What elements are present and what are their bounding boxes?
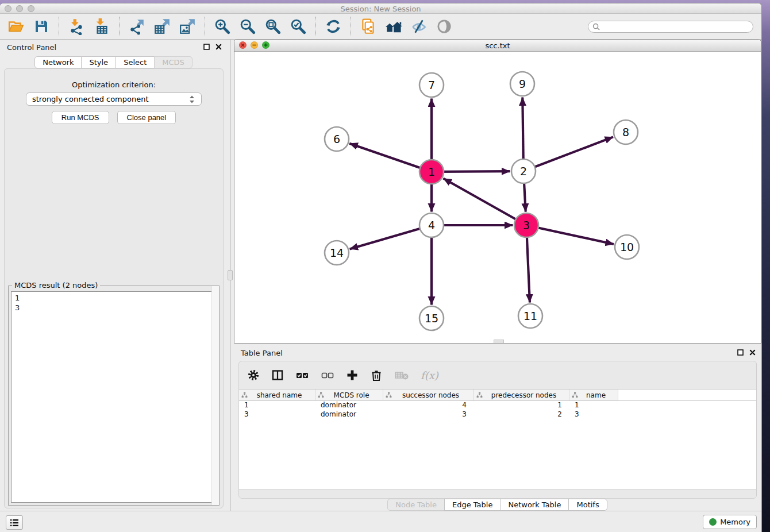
export-table-icon <box>153 18 171 35</box>
criterion-select[interactable]: strongly connected component <box>26 92 202 106</box>
graph-node-1[interactable]: 1 <box>419 160 444 184</box>
import-table-button[interactable] <box>93 17 111 36</box>
export-image-icon <box>179 18 196 35</box>
tab-network[interactable]: Network <box>34 56 82 68</box>
zoom-fit-button[interactable] <box>264 17 282 36</box>
export-network-button[interactable] <box>128 17 146 36</box>
graph-node-14[interactable]: 14 <box>325 241 349 265</box>
column-header-name[interactable]: name <box>569 390 618 400</box>
delete-column-icon[interactable] <box>370 369 383 381</box>
save-session-button[interactable] <box>32 17 51 36</box>
show-columns-icon[interactable] <box>271 369 284 381</box>
column-header-successor-nodes[interactable]: successor nodes <box>383 390 474 400</box>
mcds-result-text[interactable]: 1 3 <box>11 291 217 503</box>
float-table-panel-icon[interactable] <box>737 349 744 356</box>
network-canvas[interactable]: 7968124314101511 <box>234 52 761 341</box>
column-header-MCDS-role[interactable]: MCDS role <box>315 390 383 400</box>
add-column-icon[interactable] <box>346 369 359 381</box>
table-panel-title: Table Panel <box>241 349 283 357</box>
horizontal-divider-handle[interactable] <box>494 340 504 343</box>
delete-table-icon[interactable] <box>394 369 409 381</box>
graph-node-8[interactable]: 8 <box>614 120 638 144</box>
zoom-in-button[interactable] <box>213 17 232 36</box>
column-type-icon <box>386 392 392 398</box>
graph-edge-3-1[interactable] <box>443 179 526 225</box>
application-window: Session: New Session <box>0 3 762 532</box>
copy-network-button[interactable] <box>359 17 378 36</box>
eye-icon <box>436 18 453 35</box>
cell-predecessor-nodes[interactable]: 2 <box>474 410 569 419</box>
cell-successor-nodes[interactable]: 4 <box>383 401 474 410</box>
eye-slash-icon <box>410 18 428 35</box>
zoom-in-icon <box>214 18 231 35</box>
run-mcds-button[interactable]: Run MCDS <box>52 111 109 124</box>
tab-style[interactable]: Style <box>81 56 116 68</box>
control-panel-title: Control Panel <box>7 43 56 52</box>
graph-node-label: 3 <box>523 219 530 232</box>
column-header-shared-name[interactable]: shared name <box>239 390 315 400</box>
cell-name[interactable]: 1 <box>569 401 618 410</box>
graph-node-label: 1 <box>428 165 435 178</box>
graph-node-10[interactable]: 10 <box>615 235 639 259</box>
cell-MCDS-role[interactable]: dominator <box>315 410 383 419</box>
refresh-button[interactable] <box>324 17 342 36</box>
close-table-panel-icon[interactable] <box>749 349 756 356</box>
cell-predecessor-nodes[interactable]: 1 <box>474 401 569 410</box>
graph-node-7[interactable]: 7 <box>419 73 444 97</box>
import-network-button[interactable] <box>67 17 86 36</box>
task-history-button[interactable] <box>6 515 23 530</box>
table-tab-network-table[interactable]: Network Table <box>500 499 569 511</box>
graph-node-4[interactable]: 4 <box>419 213 444 237</box>
open-session-button[interactable] <box>7 17 25 36</box>
graph-node-15[interactable]: 15 <box>419 306 444 330</box>
close-panel-button[interactable]: Close panel <box>117 111 176 124</box>
table-tab-node-table[interactable]: Node Table <box>387 499 445 511</box>
column-header-label: predecessor nodes <box>474 391 569 399</box>
zoom-out-button[interactable] <box>238 17 257 36</box>
cell-shared-name[interactable]: 3 <box>239 410 315 419</box>
table-tab-motifs[interactable]: Motifs <box>568 499 607 511</box>
cell-successor-nodes[interactable]: 3 <box>383 410 474 419</box>
unselect-all-columns-icon[interactable] <box>321 369 334 381</box>
panel-divider-handle[interactable] <box>228 270 233 280</box>
graph-node-3[interactable]: 3 <box>514 213 538 237</box>
tab-mcds[interactable]: MCDS <box>154 56 192 68</box>
export-network-icon <box>128 18 145 35</box>
main-toolbar <box>0 14 761 40</box>
cell-name[interactable]: 3 <box>569 410 618 419</box>
window-title: Session: New Session <box>0 5 761 13</box>
criterion-value: strongly connected component <box>32 95 149 103</box>
save-floppy-icon <box>33 18 49 34</box>
status-bar: Memory <box>0 511 761 532</box>
function-builder-icon[interactable]: f(x) <box>421 369 438 381</box>
settings-gear-icon[interactable] <box>247 369 260 381</box>
graph-node-label: 7 <box>428 79 435 91</box>
graph-edge-1-6[interactable] <box>349 144 432 172</box>
close-panel-icon[interactable] <box>215 44 222 50</box>
export-table-button[interactable] <box>153 17 171 36</box>
select-all-columns-icon[interactable] <box>295 369 309 381</box>
cell-MCDS-role[interactable]: dominator <box>315 401 383 410</box>
show-eye-button[interactable] <box>435 17 453 36</box>
home-button[interactable] <box>384 17 403 36</box>
graph-node-6[interactable]: 6 <box>325 127 349 151</box>
graph-node-11[interactable]: 11 <box>518 304 542 328</box>
copy-network-icon <box>360 18 377 35</box>
graph-node-9[interactable]: 9 <box>510 72 534 96</box>
graph-node-2[interactable]: 2 <box>511 159 536 183</box>
zoom-selected-button[interactable] <box>289 17 307 36</box>
export-image-button[interactable] <box>178 17 197 36</box>
memory-button[interactable]: Memory <box>703 515 757 529</box>
result-scrollbar[interactable] <box>211 286 219 505</box>
graph-edge-3-10[interactable] <box>526 225 614 244</box>
column-header-predecessor-nodes[interactable]: predecessor nodes <box>474 390 569 400</box>
float-panel-icon[interactable] <box>203 44 210 50</box>
hide-style-button[interactable] <box>410 17 428 36</box>
table-tab-edge-table[interactable]: Edge Table <box>444 499 500 511</box>
cell-shared-name[interactable]: 1 <box>239 401 315 410</box>
column-type-icon <box>572 392 578 398</box>
toolbar-separator <box>59 17 59 36</box>
tab-select[interactable]: Select <box>116 56 155 68</box>
search-input[interactable] <box>603 22 749 30</box>
graph-edge-2-8[interactable] <box>523 137 613 171</box>
